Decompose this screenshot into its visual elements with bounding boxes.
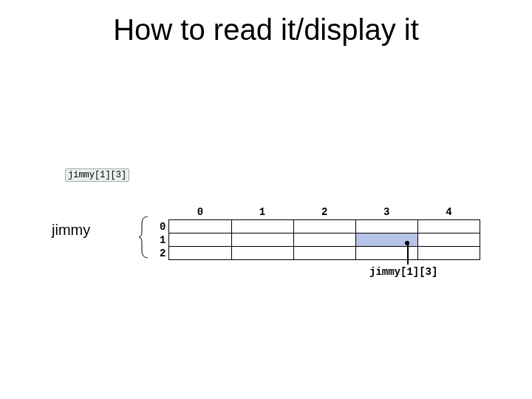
col-header: 2 <box>293 205 355 220</box>
array-cell <box>417 233 480 247</box>
row-header: 0 <box>155 220 169 233</box>
array-cell <box>293 247 355 260</box>
pointer-arrow-icon <box>407 244 409 265</box>
array-cell <box>169 220 231 233</box>
row-header: 1 <box>155 233 169 247</box>
array-grid: 0 1 2 3 4 0 1 <box>155 205 480 260</box>
array-cell <box>231 220 293 233</box>
curly-brace-icon <box>139 216 149 258</box>
array-cell <box>231 233 293 247</box>
slide-title: How to read it/display it <box>0 13 532 47</box>
array-cell <box>169 233 231 247</box>
row-header: 2 <box>155 247 169 260</box>
col-header: 1 <box>231 205 293 220</box>
array-cell <box>293 220 355 233</box>
col-header: 0 <box>169 205 231 220</box>
index-expression-label: jimmy[1][3] <box>369 266 437 278</box>
col-header: 3 <box>355 205 417 220</box>
array-cell <box>417 247 480 260</box>
col-header: 4 <box>417 205 480 220</box>
array-cell <box>231 247 293 260</box>
array-cell <box>417 220 480 233</box>
array-cell <box>355 220 417 233</box>
array-name-label: jimmy <box>52 222 90 239</box>
array-cell <box>293 233 355 247</box>
code-snippet: jimmy[1][3] <box>65 168 129 182</box>
array-cell <box>169 247 231 260</box>
